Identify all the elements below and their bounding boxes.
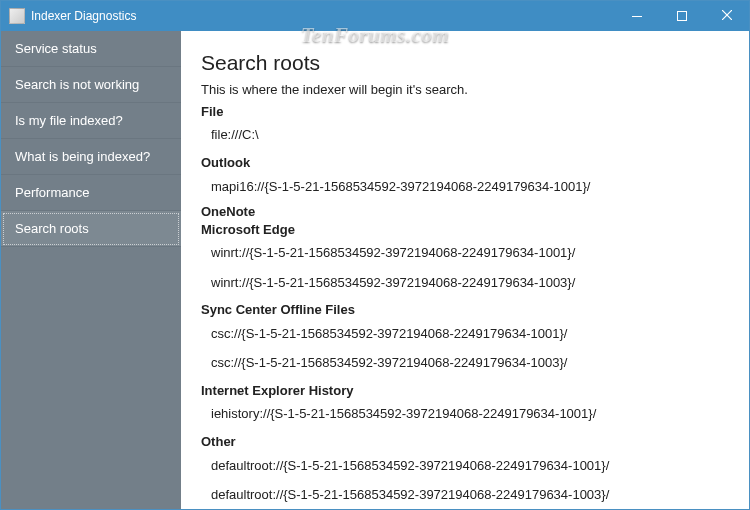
- sidebar: Service status Search is not working Is …: [1, 31, 181, 509]
- section-heading-sync-center: Sync Center Offline Files: [201, 301, 727, 319]
- root-entry: winrt://{S-1-5-21-1568534592-3972194068-…: [201, 238, 727, 268]
- app-icon: [9, 8, 25, 24]
- sidebar-item-what-is-being-indexed[interactable]: What is being indexed?: [1, 139, 181, 175]
- minimize-icon: [632, 16, 642, 17]
- section-heading-onenote: OneNote: [201, 203, 727, 221]
- sidebar-item-label: Service status: [15, 41, 97, 56]
- sidebar-item-search-roots[interactable]: Search roots: [1, 211, 181, 247]
- sidebar-item-label: Is my file indexed?: [15, 113, 123, 128]
- sidebar-item-search-not-working[interactable]: Search is not working: [1, 67, 181, 103]
- root-entry: csc://{S-1-5-21-1568534592-3972194068-22…: [201, 348, 727, 378]
- maximize-button[interactable]: [659, 1, 704, 31]
- sidebar-item-label: Search is not working: [15, 77, 139, 92]
- window: Indexer Diagnostics TenForums.com Servic…: [0, 0, 750, 510]
- root-entry: defaultroot://{S-1-5-21-1568534592-39721…: [201, 451, 727, 481]
- sidebar-item-label: What is being indexed?: [15, 149, 150, 164]
- page-subtitle: This is where the indexer will begin it'…: [201, 81, 727, 99]
- section-heading-outlook: Outlook: [201, 154, 727, 172]
- sidebar-item-service-status[interactable]: Service status: [1, 31, 181, 67]
- sidebar-item-is-my-file-indexed[interactable]: Is my file indexed?: [1, 103, 181, 139]
- root-entry: file:///C:\: [201, 120, 727, 150]
- sidebar-item-label: Performance: [15, 185, 89, 200]
- close-icon: [722, 9, 732, 23]
- sidebar-item-label: Search roots: [15, 221, 89, 236]
- section-heading-file: File: [201, 103, 727, 121]
- section-heading-ie-history: Internet Explorer History: [201, 382, 727, 400]
- close-button[interactable]: [704, 1, 749, 31]
- titlebar: Indexer Diagnostics: [1, 1, 749, 31]
- sidebar-item-performance[interactable]: Performance: [1, 175, 181, 211]
- window-title: Indexer Diagnostics: [31, 9, 136, 23]
- window-body: Service status Search is not working Is …: [1, 31, 749, 509]
- section-heading-other: Other: [201, 433, 727, 451]
- minimize-button[interactable]: [614, 1, 659, 31]
- root-entry: defaultroot://{S-1-5-21-1568534592-39721…: [201, 480, 727, 509]
- maximize-icon: [677, 11, 687, 21]
- root-entry: csc://{S-1-5-21-1568534592-3972194068-22…: [201, 319, 727, 349]
- root-entry: winrt://{S-1-5-21-1568534592-3972194068-…: [201, 268, 727, 298]
- root-entry: mapi16://{S-1-5-21-1568534592-3972194068…: [201, 172, 727, 202]
- root-entry: iehistory://{S-1-5-21-1568534592-3972194…: [201, 399, 727, 429]
- content-pane: Search roots This is where the indexer w…: [181, 31, 749, 509]
- page-title: Search roots: [201, 49, 727, 77]
- section-heading-microsoft-edge: Microsoft Edge: [201, 221, 727, 239]
